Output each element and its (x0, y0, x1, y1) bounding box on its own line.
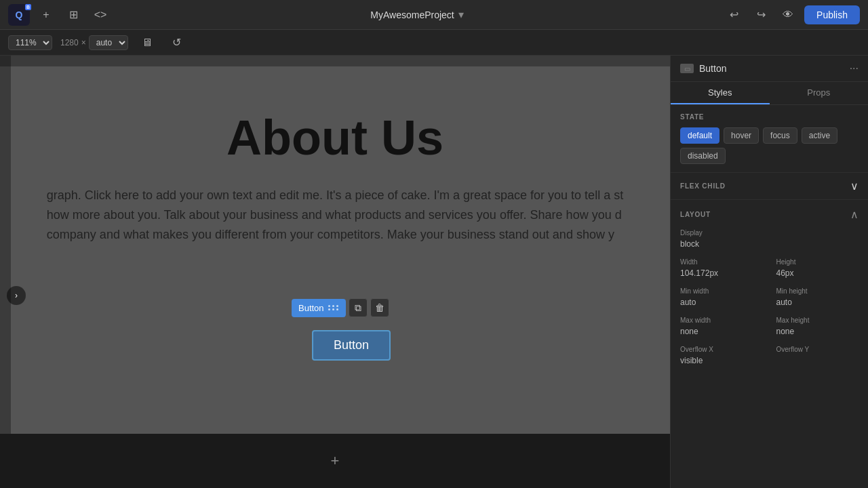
width-value[interactable]: 104.172px (680, 268, 763, 278)
horizontal-ruler (0, 56, 670, 66)
zoom-select[interactable]: 111% (8, 35, 52, 50)
plus-icon: + (43, 9, 49, 21)
tab-styles[interactable]: Styles (671, 82, 770, 104)
overflow-x-value[interactable]: visible (680, 356, 763, 365)
plus-icon: + (331, 452, 340, 469)
vertical-ruler (0, 56, 11, 434)
viewport-size: 1280 × auto (60, 35, 128, 50)
height-select[interactable]: auto (89, 35, 128, 50)
state-section: STATE default hover focus active disable… (671, 105, 868, 173)
canvas-area: About Us graph. Click here to add your o… (0, 56, 670, 488)
add-button[interactable]: + (35, 4, 57, 26)
state-section-title: STATE (680, 113, 704, 121)
button-toolbar-label: Button (298, 303, 324, 313)
max-width-value[interactable]: none (680, 327, 763, 336)
width-item: Width 104.172px (680, 258, 763, 278)
duplicate-icon: ⧉ (355, 302, 361, 314)
state-disabled-button[interactable]: disabled (680, 148, 726, 164)
beta-badge: B (25, 4, 31, 10)
more-options-button[interactable]: ··· (850, 62, 859, 75)
undo-icon: ↩ (730, 8, 738, 21)
canvas-content: About Us graph. Click here to add your o… (0, 56, 670, 434)
display-label: Display (680, 229, 859, 237)
state-section-header: STATE (680, 113, 859, 121)
overflow-y-label: Overflow Y (776, 346, 859, 353)
viewport-separator: × (81, 38, 86, 47)
height-value[interactable]: 46px (776, 268, 859, 278)
overflow-y-item: Overflow Y (776, 346, 859, 365)
button-label-bar[interactable]: Button (292, 299, 346, 317)
layout-section-title: LAYOUT (680, 211, 711, 218)
overflow-x-item: Overflow X visible (680, 346, 763, 365)
nav-arrow-button[interactable]: › (7, 286, 26, 305)
page-body-text: graph. Click here to add your own text a… (47, 186, 623, 244)
viewport-width: 1280 (60, 38, 79, 47)
layout-header: LAYOUT ∧ (680, 208, 859, 221)
device-button[interactable]: 🖥 (136, 32, 158, 54)
max-height-value[interactable]: none (776, 327, 859, 336)
flex-child-collapse-icon: ∨ (850, 180, 859, 192)
height-item: Height 46px (776, 258, 859, 278)
panel-title: Button (699, 63, 726, 74)
max-width-item: Max width none (680, 317, 763, 336)
min-width-label: Min width (680, 287, 763, 295)
code-icon: <> (94, 9, 107, 21)
tab-props[interactable]: Props (770, 82, 869, 104)
state-hover-button[interactable]: hover (724, 127, 759, 144)
toolbar2: 111% 1280 × auto 🖥 ↺ (0, 30, 868, 56)
monitor-icon: 🖥 (142, 37, 153, 49)
flex-child-title: FLEX CHILD (680, 182, 726, 190)
min-height-item: Min height auto (776, 287, 859, 307)
min-height-label: Min height (776, 287, 859, 295)
max-width-label: Max width (680, 317, 763, 324)
delete-button[interactable]: 🗑 (370, 298, 389, 317)
width-height-row: Width 104.172px Height 46px (680, 258, 859, 278)
flex-child-section[interactable]: FLEX CHILD ∨ (671, 173, 868, 200)
min-width-height-row: Min width auto Min height auto (680, 287, 859, 307)
min-height-value[interactable]: auto (776, 298, 859, 307)
layout-collapse-icon[interactable]: ∧ (850, 208, 859, 221)
panel-title-row: ▭ Button (680, 63, 726, 74)
undo-button[interactable]: ↩ (723, 4, 745, 26)
state-focus-button[interactable]: focus (763, 127, 797, 144)
project-dropdown-icon[interactable]: ▾ (458, 8, 464, 21)
right-panel: ▭ Button ··· Styles Props STATE default … (670, 56, 868, 488)
publish-button[interactable]: Publish (804, 5, 860, 24)
width-label: Width (680, 258, 763, 266)
page-heading: About Us (226, 110, 443, 165)
button-toolbar: Button ⧉ 🗑 (292, 298, 389, 317)
topbar: Q B + ⊞ <> MyAwesomeProject ▾ ↩ ↪ 👁 Publ… (0, 0, 868, 30)
refresh-button[interactable]: ↺ (166, 32, 188, 54)
duplicate-button[interactable]: ⧉ (349, 298, 368, 317)
panel-header: ▭ Button ··· (671, 56, 868, 82)
overflow-x-label: Overflow X (680, 346, 763, 353)
code-button[interactable]: <> (90, 4, 111, 26)
state-default-button[interactable]: default (680, 127, 719, 144)
max-height-item: Max height none (776, 317, 859, 336)
overflow-row: Overflow X visible Overflow Y (680, 346, 859, 365)
max-width-height-row: Max width none Max height none (680, 317, 859, 336)
eye-icon: 👁 (783, 9, 793, 21)
display-value[interactable]: block (680, 239, 859, 249)
project-name: MyAwesomeProject (370, 9, 454, 20)
min-width-item: Min width auto (680, 287, 763, 307)
layers-button[interactable]: ⊞ (62, 4, 84, 26)
redo-button[interactable]: ↪ (750, 4, 772, 26)
canvas-button[interactable]: Button (312, 330, 391, 361)
logo-letter: Q (16, 9, 23, 20)
state-active-button[interactable]: active (802, 127, 837, 144)
height-label: Height (776, 258, 859, 266)
layout-section: LAYOUT ∧ Display block Width 104.172px H… (671, 200, 868, 383)
refresh-icon: ↺ (172, 36, 181, 49)
min-width-value[interactable]: auto (680, 298, 763, 307)
topbar-center: MyAwesomeProject ▾ (117, 8, 717, 21)
component-icon: ▭ (680, 64, 694, 73)
drag-handle[interactable] (328, 305, 339, 310)
panel-tabs: Styles Props (671, 82, 868, 105)
redo-icon: ↪ (757, 8, 766, 21)
logo: Q B (8, 4, 30, 26)
layers-icon: ⊞ (69, 8, 78, 21)
preview-button[interactable]: 👁 (777, 4, 799, 26)
add-section-button[interactable]: + (331, 452, 340, 470)
topbar-right: ↩ ↪ 👁 Publish (723, 4, 860, 26)
